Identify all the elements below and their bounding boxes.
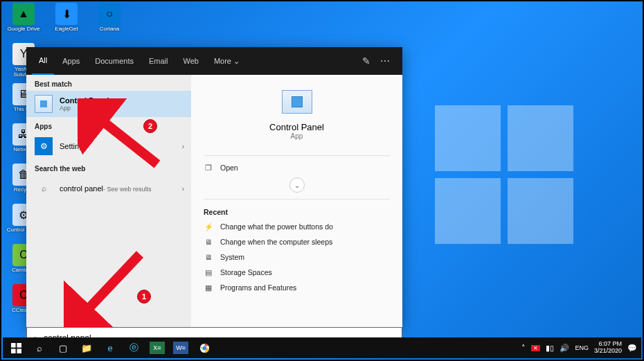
system-tray: ˄ ✕ ▮▯ 🔊 ENG 6:07 PM 3/21/2020 💬: [521, 341, 640, 355]
tab-more[interactable]: More ⌄: [207, 47, 247, 75]
tray-clock[interactable]: 6:07 PM 3/21/2020: [594, 341, 622, 355]
recent-item[interactable]: ▤Storage Spaces: [204, 265, 390, 280]
recent-item[interactable]: ▦Programs and Features: [204, 280, 390, 295]
desktop-icon[interactable]: ○Cortana: [93, 3, 126, 37]
result-web-search[interactable]: ⌕ control panel - See web results ›: [26, 175, 191, 202]
task-view-button[interactable]: ▢: [51, 337, 75, 358]
result-subtitle: - See web results: [103, 186, 152, 193]
recent-item-label: Storage Spaces: [220, 268, 272, 276]
taskbar-app-word[interactable]: W≡: [173, 342, 188, 354]
desktop-icon[interactable]: ▲Google Drive: [7, 3, 40, 37]
desktop-icons-column-3: ○Cortana: [93, 3, 134, 43]
recent-item[interactable]: 🖥Change when the computer sleeps: [204, 234, 390, 249]
section-best-match: Best match: [26, 75, 191, 91]
feedback-icon[interactable]: ✎: [362, 55, 370, 67]
chevron-right-icon: ›: [182, 143, 184, 150]
app-icon: ▲: [12, 3, 35, 25]
control-panel-large-icon: [282, 90, 312, 114]
chevron-right-icon: ›: [182, 185, 184, 193]
result-title: control panel: [60, 184, 103, 193]
expand-row: ⌄: [204, 175, 390, 195]
tabs-right-controls: ✎ ⋯: [362, 55, 397, 67]
open-label: Open: [220, 164, 238, 172]
recent-item-label: Change when the computer sleeps: [220, 238, 332, 246]
taskbar-app-edge[interactable]: e: [98, 337, 122, 358]
recent-item-label: Programs and Features: [220, 283, 296, 292]
svg-rect-6: [11, 349, 16, 353]
windows-logo-wallpaper: [435, 105, 573, 244]
start-button[interactable]: [4, 337, 28, 358]
annotation-badge-2: 2: [143, 119, 157, 133]
app-icon: ⬇: [55, 3, 78, 25]
more-options-icon[interactable]: ⋯: [380, 55, 390, 67]
control-panel-icon: [35, 95, 53, 113]
app-icon: ○: [98, 3, 120, 25]
recent-item[interactable]: ⚡Change what the power buttons do: [204, 219, 390, 234]
tray-notifications-icon[interactable]: 💬: [627, 344, 637, 353]
desktop-icons-column-2: ⬇EagleGet: [50, 3, 91, 43]
details-hero: Control Panel App: [204, 83, 390, 151]
tray-language[interactable]: ENG: [575, 344, 589, 351]
svg-rect-5: [17, 343, 21, 348]
tray-network-icon[interactable]: ▮▯: [546, 344, 554, 353]
result-title: Settings: [60, 142, 87, 150]
search-button[interactable]: ⌕: [28, 337, 51, 358]
divider: [204, 155, 390, 156]
icon-label: Cortana: [91, 26, 128, 32]
recent-item[interactable]: 🖥System: [204, 249, 390, 265]
tab-email[interactable]: Email: [142, 47, 175, 75]
details-title: Control Panel: [204, 122, 390, 132]
tray-app-icon[interactable]: ✕: [531, 345, 540, 351]
svg-rect-7: [17, 349, 21, 353]
result-title: Control Panel: [60, 96, 109, 105]
recent-header: Recent: [204, 204, 390, 219]
annotation-badge-1: 1: [137, 290, 151, 303]
tab-documents[interactable]: Documents: [88, 47, 141, 75]
expand-button[interactable]: ⌄: [289, 177, 305, 193]
taskbar-app-ie[interactable]: ⓔ: [122, 337, 145, 358]
taskbar-app-explorer[interactable]: 📁: [75, 337, 98, 358]
recent-item-icon: ▦: [204, 283, 213, 292]
icon-label: EagleGet: [48, 26, 85, 32]
details-subtitle: App: [204, 132, 390, 140]
recent-item-icon: 🖥: [204, 252, 213, 262]
open-icon: ❐: [204, 163, 213, 173]
result-settings[interactable]: ⚙ Settings ›: [26, 133, 191, 159]
recent-item-label: System: [220, 253, 244, 261]
results-pane: Best match Control Panel App Apps ⚙ Sett…: [26, 75, 191, 327]
desktop: ▲Google DriveYYashns Solution🖥This PC🖧Ne…: [0, 0, 644, 361]
tab-all[interactable]: All: [32, 47, 54, 75]
tray-volume-icon[interactable]: 🔊: [560, 344, 569, 353]
svg-rect-4: [11, 343, 16, 348]
icon-label: Google Drive: [5, 26, 42, 32]
search-icon: ⌕: [35, 179, 53, 197]
search-content: Best match Control Panel App Apps ⚙ Sett…: [26, 75, 402, 327]
section-apps: Apps: [26, 117, 191, 133]
desktop-icon[interactable]: ⬇EagleGet: [50, 3, 83, 37]
divider: [204, 199, 390, 200]
recent-item-icon: 🖥: [204, 237, 213, 247]
result-control-panel[interactable]: Control Panel App: [26, 91, 191, 117]
recent-list: ⚡Change what the power buttons do🖥Change…: [204, 219, 390, 295]
open-action[interactable]: ❐ Open: [204, 160, 390, 175]
tray-date: 3/21/2020: [594, 348, 622, 355]
tab-apps[interactable]: Apps: [55, 47, 87, 75]
tray-chevron-up-icon[interactable]: ˄: [521, 344, 526, 353]
result-subtitle: App: [60, 105, 109, 112]
recent-item-icon: ▤: [204, 267, 213, 277]
settings-icon: ⚙: [35, 137, 53, 155]
taskbar-app-excel[interactable]: X≡: [150, 342, 165, 354]
tab-web[interactable]: Web: [176, 47, 205, 75]
recent-item-icon: ⚡: [204, 222, 213, 231]
search-tabs: AllAppsDocumentsEmailWebMore ⌄ ✎ ⋯: [26, 47, 402, 75]
taskbar-app-chrome[interactable]: [193, 337, 216, 358]
section-search-web: Search the web: [26, 159, 191, 175]
taskbar: ⌕ ▢ 📁 e ⓔ X≡ W≡ ˄ ✕ ▮▯ 🔊 ENG 6:07 PM 3/2…: [3, 337, 641, 358]
recent-item-label: Change what the power buttons do: [220, 222, 333, 231]
details-pane: Control Panel App ❐ Open ⌄ Recent ⚡Chang…: [191, 75, 402, 327]
start-search-panel: AllAppsDocumentsEmailWebMore ⌄ ✎ ⋯ Best …: [26, 47, 402, 327]
